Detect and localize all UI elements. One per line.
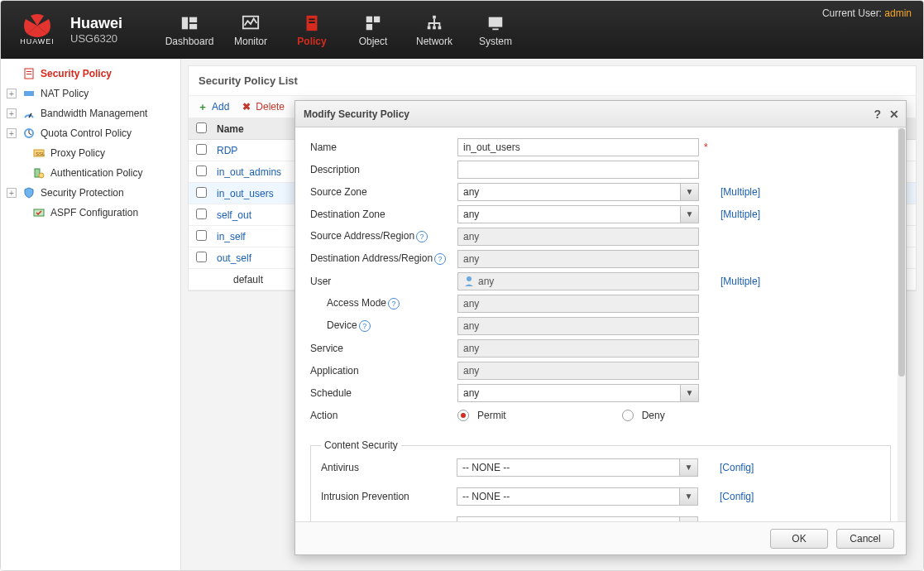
label-user: User — [310, 276, 457, 287]
select-all-checkbox[interactable] — [196, 122, 207, 133]
cancel-button[interactable]: Cancel — [836, 529, 894, 549]
expand-icon[interactable]: + — [7, 108, 17, 118]
row-name[interactable]: in_self — [213, 231, 246, 242]
intrusion-select[interactable]: -- NONE --▼ — [457, 487, 698, 506]
row-name[interactable]: in_out_users — [213, 188, 274, 199]
help-icon[interactable]: ? — [416, 231, 428, 242]
row-checkbox[interactable] — [196, 252, 207, 262]
chevron-down-icon: ▼ — [680, 206, 698, 223]
multiple-link[interactable]: [Multiple] — [721, 186, 760, 198]
sidebar: Security Policy + NAT Policy + Bandwidth… — [1, 59, 181, 570]
col-name-header[interactable]: Name — [213, 123, 244, 135]
field-value: any — [463, 231, 479, 242]
expand-icon[interactable]: + — [7, 128, 17, 138]
device-field[interactable]: any — [457, 317, 699, 335]
sidebar-item-bandwidth[interactable]: + Bandwidth Management — [1, 103, 180, 123]
svg-rect-6 — [309, 22, 314, 23]
nav-system[interactable]: System — [465, 9, 526, 50]
row-name[interactable]: out_self — [213, 252, 251, 264]
application-field[interactable]: any — [457, 362, 699, 380]
permit-radio[interactable] — [457, 410, 469, 421]
config-link[interactable]: [Config] — [720, 462, 754, 473]
svg-rect-2 — [189, 24, 197, 29]
row-checkbox[interactable] — [196, 187, 207, 198]
dialog-titlebar[interactable]: Modify Security Policy ? ✕ — [295, 101, 906, 127]
user-icon — [463, 276, 475, 287]
help-icon[interactable]: ? — [388, 298, 400, 309]
source-addr-field[interactable]: any — [457, 228, 699, 246]
chevron-down-icon: ▼ — [679, 459, 697, 476]
nav-label: System — [465, 36, 526, 47]
nav-dashboard[interactable]: Dashboard — [159, 9, 220, 50]
sidebar-item-authentication[interactable]: Authentication Policy — [1, 163, 180, 183]
svg-rect-18 — [26, 74, 31, 74]
nav-label: Monitor — [220, 36, 281, 47]
row-checkbox[interactable] — [196, 230, 207, 241]
name-input[interactable] — [457, 138, 699, 156]
sidebar-item-label: Proxy Policy — [50, 147, 105, 159]
label-service: Service — [310, 343, 457, 354]
multiple-link[interactable]: [Multiple] — [721, 209, 760, 220]
config-link[interactable]: [Config] — [720, 520, 754, 522]
svg-point-25 — [39, 173, 44, 178]
expand-icon[interactable]: + — [7, 89, 17, 98]
delete-button[interactable]: ✖ Delete — [241, 101, 285, 113]
delete-label: Delete — [256, 101, 285, 113]
sidebar-item-security-policy[interactable]: Security Policy — [1, 64, 180, 84]
row-name[interactable]: self_out — [213, 209, 251, 221]
svg-rect-13 — [438, 26, 442, 30]
nav-network[interactable]: Network — [404, 9, 465, 50]
huawei-logo-icon — [22, 14, 52, 37]
add-label: Add — [212, 101, 229, 113]
permit-label: Permit — [477, 410, 506, 421]
policy-icon — [303, 14, 321, 32]
multiple-link[interactable]: [Multiple] — [721, 276, 760, 287]
current-user: Current User: admin — [822, 7, 912, 19]
svg-rect-11 — [428, 26, 431, 30]
dialog-body: Name * Description Source Zone any▼ [Mul… — [295, 127, 906, 521]
top-nav: Dashboard Monitor Policy Object Network … — [159, 9, 526, 50]
url-filtering-select[interactable]: block_social_nets▼ — [457, 516, 698, 522]
scrollbar-thumb[interactable] — [898, 128, 905, 377]
help-icon[interactable]: ? — [359, 320, 371, 332]
schedule-select[interactable]: any▼ — [457, 384, 699, 402]
sidebar-item-label: Security Policy — [41, 68, 112, 79]
help-icon[interactable]: ? — [434, 253, 446, 265]
service-field[interactable]: any — [457, 339, 699, 357]
ok-button[interactable]: OK — [770, 529, 828, 549]
source-zone-select[interactable]: any▼ — [457, 183, 699, 201]
row-name[interactable]: in_out_admins — [213, 166, 281, 178]
sidebar-item-quota[interactable]: + Quota Control Policy — [1, 123, 180, 143]
row-checkbox[interactable] — [196, 144, 207, 155]
dest-addr-field[interactable]: any — [457, 250, 699, 268]
dialog-scrollbar[interactable] — [898, 127, 906, 521]
description-input[interactable] — [457, 161, 699, 179]
row-name[interactable]: default — [213, 274, 263, 286]
label-application: Application — [310, 365, 457, 377]
sidebar-item-proxy[interactable]: SSL Proxy Policy — [1, 143, 180, 163]
nav-policy[interactable]: Policy — [281, 9, 342, 50]
sidebar-item-aspf[interactable]: ASPF Configuration — [1, 203, 180, 223]
label-dest-zone: Destination Zone — [310, 209, 457, 220]
sidebar-item-security-protection[interactable]: + Security Protection — [1, 183, 180, 203]
field-value: any — [463, 343, 479, 354]
dest-zone-select[interactable]: any▼ — [457, 205, 699, 223]
row-checkbox[interactable] — [196, 166, 207, 176]
config-link[interactable]: [Config] — [720, 491, 754, 502]
sidebar-item-nat-policy[interactable]: + NAT Policy — [1, 84, 180, 103]
close-icon[interactable]: ✕ — [889, 108, 899, 121]
row-checkbox[interactable] — [196, 209, 207, 219]
antivirus-select[interactable]: -- NONE --▼ — [457, 458, 698, 477]
monitor-icon — [242, 14, 260, 32]
nav-object[interactable]: Object — [342, 9, 404, 50]
help-icon[interactable]: ? — [874, 108, 881, 121]
access-mode-field[interactable]: any — [457, 295, 699, 313]
nav-monitor[interactable]: Monitor — [220, 9, 281, 50]
add-button[interactable]: ＋ Add — [197, 101, 229, 113]
deny-radio[interactable] — [622, 410, 634, 421]
row-name[interactable]: RDP — [213, 145, 237, 156]
user-field[interactable]: any — [457, 272, 699, 290]
proxy-icon: SSL — [32, 146, 45, 160]
expand-icon[interactable]: + — [7, 188, 17, 198]
label-access-mode: Access Mode? — [310, 297, 457, 309]
